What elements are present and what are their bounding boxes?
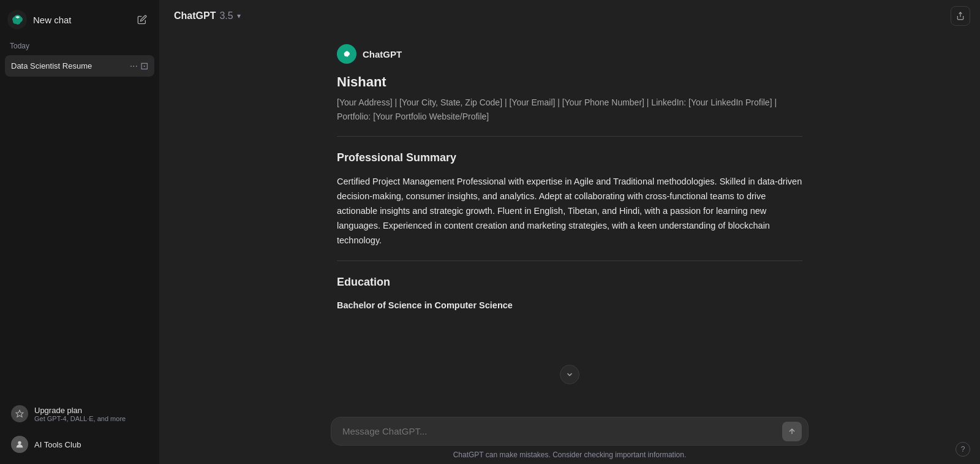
user-avatar-icon bbox=[15, 439, 24, 449]
more-options-icon[interactable]: ··· bbox=[130, 61, 138, 72]
professional-summary-title: Professional Summary bbox=[337, 149, 802, 167]
send-button[interactable] bbox=[782, 422, 802, 441]
upgrade-sub-label: Get GPT-4, DALL·E, and more bbox=[34, 415, 126, 422]
upgrade-main-label: Upgrade plan bbox=[34, 406, 126, 415]
input-area: ChatGPT can make mistakes. Consider chec… bbox=[159, 409, 980, 464]
user-name-label: AI Tools Club bbox=[34, 440, 81, 449]
chat-item-label: Data Scientist Resume bbox=[11, 61, 130, 70]
upgrade-icon bbox=[11, 405, 28, 422]
sidebar-bottom: Upgrade plan Get GPT-4, DALL·E, and more… bbox=[5, 399, 154, 459]
send-icon bbox=[788, 427, 796, 436]
upgrade-text: Upgrade plan Get GPT-4, DALL·E, and more bbox=[34, 406, 126, 422]
main-content: ChatGPT 3.5 ▾ ChatGPT bbox=[159, 0, 980, 464]
message-content: Nishant [Your Address] | [Your City, Sta… bbox=[337, 71, 802, 313]
education-degree: Bachelor of Science in Computer Science bbox=[337, 299, 802, 313]
input-box bbox=[331, 417, 809, 446]
model-selector[interactable]: ChatGPT 3.5 ▾ bbox=[169, 8, 246, 24]
chatgpt-avatar bbox=[337, 44, 356, 64]
svg-marker-1 bbox=[16, 410, 23, 417]
resume-name: Nishant bbox=[337, 71, 802, 93]
chat-item-data-scientist-resume[interactable]: Data Scientist Resume ··· ⊡ bbox=[5, 55, 154, 77]
topbar: ChatGPT 3.5 ▾ bbox=[159, 0, 980, 32]
message-container: ChatGPT Nishant [Your Address] | [Your C… bbox=[325, 44, 815, 328]
bookmark-icon: ⊡ bbox=[140, 60, 148, 72]
chevron-down-icon: ▾ bbox=[237, 12, 241, 20]
chat-item-icons: ··· ⊡ bbox=[130, 60, 148, 72]
model-version: 3.5 bbox=[219, 10, 233, 21]
share-button[interactable] bbox=[951, 6, 970, 26]
chatgpt-logo-icon bbox=[341, 48, 352, 59]
resume-contact: [Your Address] | [Your City, State, Zip … bbox=[337, 96, 802, 124]
message-sender: ChatGPT bbox=[363, 49, 402, 59]
professional-summary-body: Certified Project Management Professiona… bbox=[337, 175, 802, 248]
avatar bbox=[11, 436, 28, 453]
education-section: Education Bachelor of Science in Compute… bbox=[337, 273, 802, 314]
today-label: Today bbox=[5, 39, 154, 53]
education-title: Education bbox=[337, 273, 802, 292]
message-input[interactable] bbox=[342, 426, 777, 436]
chatgpt-message: ChatGPT Nishant [Your Address] | [Your C… bbox=[337, 44, 802, 313]
model-name: ChatGPT bbox=[174, 10, 216, 21]
new-chat-button[interactable]: New chat bbox=[7, 10, 72, 29]
scroll-down-button[interactable] bbox=[560, 365, 579, 384]
share-icon bbox=[956, 12, 965, 20]
divider-1 bbox=[337, 136, 802, 137]
chat-area[interactable]: ChatGPT Nishant [Your Address] | [Your C… bbox=[159, 32, 980, 409]
edit-icon-button[interactable] bbox=[132, 10, 152, 29]
help-button[interactable]: ? bbox=[956, 442, 970, 457]
sidebar: New chat Today Data Scientist Resume ···… bbox=[0, 0, 159, 464]
new-chat-label: New chat bbox=[33, 15, 72, 25]
scroll-down-icon bbox=[565, 370, 574, 379]
disclaimer-text: ChatGPT can make mistakes. Consider chec… bbox=[453, 451, 687, 459]
user-profile-button[interactable]: AI Tools Club bbox=[5, 430, 154, 459]
svg-point-2 bbox=[18, 441, 21, 444]
openai-logo bbox=[7, 10, 27, 29]
sidebar-header: New chat bbox=[5, 5, 154, 34]
edit-icon bbox=[137, 15, 147, 25]
message-header: ChatGPT bbox=[337, 44, 802, 64]
divider-2 bbox=[337, 261, 802, 261]
upgrade-plan-button[interactable]: Upgrade plan Get GPT-4, DALL·E, and more bbox=[5, 399, 154, 428]
sparkle-icon bbox=[15, 409, 24, 418]
